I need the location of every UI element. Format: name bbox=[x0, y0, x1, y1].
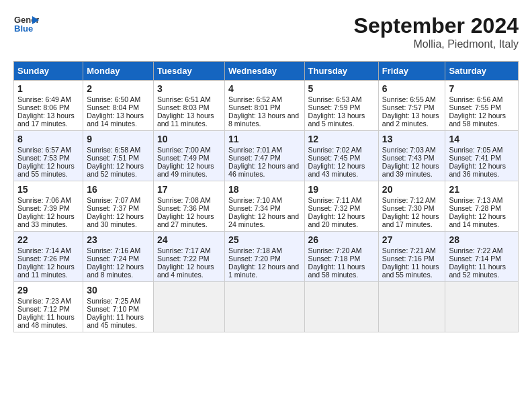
calendar-cell: 25Sunrise: 7:18 AMSunset: 7:20 PMDayligh… bbox=[225, 232, 304, 282]
day-number: 26 bbox=[308, 234, 375, 245]
calendar-cell: 13Sunrise: 7:03 AMSunset: 7:43 PMDayligh… bbox=[378, 131, 445, 181]
day-number: 5 bbox=[308, 83, 375, 94]
sunrise-text: Sunrise: 6:52 AM bbox=[228, 95, 282, 103]
daylight-text: Daylight: 13 hours and 2 minutes. bbox=[382, 111, 439, 128]
sunrise-text: Sunrise: 7:06 AM bbox=[17, 196, 71, 204]
sunrise-text: Sunrise: 7:14 AM bbox=[17, 246, 71, 255]
sunrise-text: Sunrise: 6:53 AM bbox=[308, 95, 362, 103]
sunset-text: Sunset: 7:57 PM bbox=[382, 103, 435, 111]
calendar-cell: 12Sunrise: 7:02 AMSunset: 7:45 PMDayligh… bbox=[304, 131, 378, 181]
sunrise-text: Sunrise: 7:11 AM bbox=[308, 196, 362, 204]
calendar-week-row: 15Sunrise: 7:06 AMSunset: 7:39 PMDayligh… bbox=[14, 181, 519, 232]
day-number: 27 bbox=[382, 234, 442, 245]
calendar-cell bbox=[153, 282, 224, 332]
sunrise-text: Sunrise: 6:57 AM bbox=[17, 146, 71, 154]
title-area: September 2024 Mollia, Piedmont, Italy bbox=[354, 13, 519, 50]
logo-icon: General Blue bbox=[13, 13, 39, 34]
daylight-text: Daylight: 12 hours and 4 minutes. bbox=[157, 263, 214, 279]
day-number: 16 bbox=[87, 184, 150, 195]
sunset-text: Sunset: 7:37 PM bbox=[87, 204, 139, 212]
calendar-cell: 4Sunrise: 6:52 AMSunset: 8:01 PMDaylight… bbox=[225, 81, 304, 131]
calendar-cell: 10Sunrise: 7:00 AMSunset: 7:49 PMDayligh… bbox=[153, 131, 224, 181]
daylight-text: Daylight: 12 hours and 52 minutes. bbox=[87, 162, 144, 178]
day-number: 21 bbox=[449, 184, 515, 195]
day-number: 14 bbox=[449, 134, 515, 144]
sunset-text: Sunset: 7:14 PM bbox=[449, 255, 501, 263]
day-number: 7 bbox=[449, 83, 515, 94]
sunrise-text: Sunrise: 7:10 AM bbox=[228, 196, 282, 204]
page-header: General Blue September 2024 Mollia, Pied… bbox=[13, 13, 519, 50]
day-header-wednesday: Wednesday bbox=[225, 62, 304, 81]
svg-text:Blue: Blue bbox=[14, 24, 33, 34]
sunset-text: Sunset: 7:28 PM bbox=[449, 204, 501, 212]
daylight-text: Daylight: 12 hours and 11 minutes. bbox=[17, 263, 75, 279]
day-header-sunday: Sunday bbox=[14, 62, 83, 81]
daylight-text: Daylight: 12 hours and 33 minutes. bbox=[17, 212, 75, 228]
sunset-text: Sunset: 7:49 PM bbox=[157, 154, 210, 162]
sunrise-text: Sunrise: 7:07 AM bbox=[87, 196, 140, 204]
day-number: 1 bbox=[17, 83, 79, 94]
calendar-cell: 24Sunrise: 7:17 AMSunset: 7:22 PMDayligh… bbox=[153, 232, 224, 282]
calendar-cell: 22Sunrise: 7:14 AMSunset: 7:26 PMDayligh… bbox=[14, 232, 83, 282]
calendar-week-row: 1Sunrise: 6:49 AMSunset: 8:06 PMDaylight… bbox=[14, 81, 519, 131]
calendar-cell: 19Sunrise: 7:11 AMSunset: 7:32 PMDayligh… bbox=[304, 181, 378, 232]
day-number: 3 bbox=[157, 83, 221, 94]
day-number: 28 bbox=[449, 234, 515, 245]
calendar-cell: 23Sunrise: 7:16 AMSunset: 7:24 PMDayligh… bbox=[83, 232, 154, 282]
day-number: 22 bbox=[17, 234, 79, 245]
daylight-text: Daylight: 13 hours and 11 minutes. bbox=[157, 111, 214, 128]
calendar-cell bbox=[225, 282, 304, 332]
sunset-text: Sunset: 7:43 PM bbox=[382, 154, 435, 162]
sunrise-text: Sunrise: 7:08 AM bbox=[157, 196, 211, 204]
sunrise-text: Sunrise: 7:23 AM bbox=[17, 297, 71, 305]
sunrise-text: Sunrise: 6:55 AM bbox=[382, 95, 436, 103]
calendar-cell: 17Sunrise: 7:08 AMSunset: 7:36 PMDayligh… bbox=[153, 181, 224, 232]
daylight-text: Daylight: 12 hours and 43 minutes. bbox=[308, 162, 365, 178]
day-number: 17 bbox=[157, 184, 221, 195]
calendar-cell: 26Sunrise: 7:20 AMSunset: 7:18 PMDayligh… bbox=[304, 232, 378, 282]
day-number: 18 bbox=[228, 184, 300, 195]
sunset-text: Sunset: 7:53 PM bbox=[17, 154, 70, 162]
day-number: 2 bbox=[87, 83, 150, 94]
sunset-text: Sunset: 7:12 PM bbox=[17, 305, 70, 313]
calendar-week-row: 29Sunrise: 7:23 AMSunset: 7:12 PMDayligh… bbox=[14, 282, 519, 332]
calendar-cell: 30Sunrise: 7:25 AMSunset: 7:10 PMDayligh… bbox=[83, 282, 154, 332]
sunrise-text: Sunrise: 7:22 AM bbox=[449, 246, 502, 255]
location-subtitle: Mollia, Piedmont, Italy bbox=[354, 38, 519, 50]
daylight-text: Daylight: 13 hours and 14 minutes. bbox=[87, 111, 144, 128]
sunrise-text: Sunrise: 6:49 AM bbox=[17, 95, 71, 103]
sunset-text: Sunset: 7:18 PM bbox=[308, 255, 361, 263]
sunrise-text: Sunrise: 7:05 AM bbox=[449, 146, 502, 154]
sunrise-text: Sunrise: 6:56 AM bbox=[449, 95, 502, 103]
day-number: 29 bbox=[17, 285, 79, 295]
sunrise-text: Sunrise: 7:20 AM bbox=[308, 246, 362, 255]
daylight-text: Daylight: 12 hours and 24 minutes. bbox=[228, 212, 299, 228]
sunset-text: Sunset: 8:06 PM bbox=[17, 103, 70, 111]
daylight-text: Daylight: 12 hours and 55 minutes. bbox=[17, 162, 75, 178]
sunset-text: Sunset: 7:24 PM bbox=[87, 255, 139, 263]
sunrise-text: Sunrise: 7:03 AM bbox=[382, 146, 436, 154]
calendar-cell: 5Sunrise: 6:53 AMSunset: 7:59 PMDaylight… bbox=[304, 81, 378, 131]
daylight-text: Daylight: 12 hours and 46 minutes. bbox=[228, 162, 299, 178]
calendar-cell: 11Sunrise: 7:01 AMSunset: 7:47 PMDayligh… bbox=[225, 131, 304, 181]
sunset-text: Sunset: 7:39 PM bbox=[17, 204, 70, 212]
daylight-text: Daylight: 12 hours and 36 minutes. bbox=[449, 162, 506, 178]
sunrise-text: Sunrise: 7:21 AM bbox=[382, 246, 436, 255]
calendar-week-row: 22Sunrise: 7:14 AMSunset: 7:26 PMDayligh… bbox=[14, 232, 519, 282]
calendar-cell: 8Sunrise: 6:57 AMSunset: 7:53 PMDaylight… bbox=[14, 131, 83, 181]
sunrise-text: Sunrise: 6:58 AM bbox=[87, 146, 140, 154]
calendar-cell: 2Sunrise: 6:50 AMSunset: 8:04 PMDaylight… bbox=[83, 81, 154, 131]
day-header-friday: Friday bbox=[378, 62, 445, 81]
daylight-text: Daylight: 11 hours and 45 minutes. bbox=[87, 313, 144, 329]
calendar-cell: 1Sunrise: 6:49 AMSunset: 8:06 PMDaylight… bbox=[14, 81, 83, 131]
daylight-text: Daylight: 12 hours and 58 minutes. bbox=[449, 111, 506, 128]
daylight-text: Daylight: 12 hours and 39 minutes. bbox=[382, 162, 439, 178]
day-number: 23 bbox=[87, 234, 150, 245]
sunset-text: Sunset: 8:01 PM bbox=[228, 103, 281, 111]
daylight-text: Daylight: 12 hours and 20 minutes. bbox=[308, 212, 365, 228]
sunset-text: Sunset: 7:47 PM bbox=[228, 154, 281, 162]
sunset-text: Sunset: 7:36 PM bbox=[157, 204, 210, 212]
day-number: 24 bbox=[157, 234, 221, 245]
calendar-table: SundayMondayTuesdayWednesdayThursdayFrid… bbox=[13, 61, 519, 332]
day-number: 8 bbox=[17, 134, 79, 144]
